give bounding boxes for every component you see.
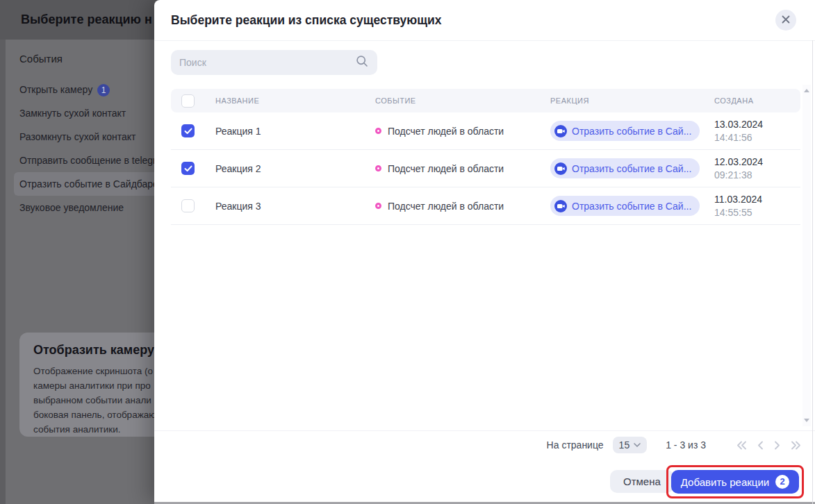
column-header-name: НАЗВАНИЕ — [215, 96, 375, 105]
header-divider — [154, 40, 815, 41]
row-checkbox[interactable] — [181, 124, 195, 137]
event-item-sound: Звуковое уведомление — [19, 196, 158, 219]
event-item-telegram: Отправить сообщение в telegra — [19, 149, 158, 172]
reaction-badge: Отразить событие в Сай... — [550, 158, 700, 178]
event-item-close-contact: Замкнуть сухой контакт — [19, 101, 158, 125]
pagination-bar: На странице 15 1 - 3 из 3 — [547, 436, 801, 454]
next-page-button[interactable] — [774, 441, 780, 450]
pagination-controls — [736, 441, 801, 450]
created-time: 14:55:55 — [714, 206, 800, 219]
background-dialog-title: Выберите реакцию н — [21, 0, 152, 40]
column-header-reaction: РЕАКЦИЯ — [550, 96, 714, 105]
created-date: 13.03.2024 — [714, 118, 800, 131]
column-header-created: СОЗДАНА — [714, 96, 800, 105]
reaction-badge: Отразить событие в Сай... — [550, 121, 700, 141]
event-type-icon — [375, 203, 381, 209]
select-all-checkbox[interactable] — [181, 94, 195, 108]
search-input[interactable] — [179, 57, 355, 68]
modal-title: Выберите реакции из списка существующих — [171, 0, 442, 40]
events-section-label: События — [19, 53, 63, 65]
last-page-button[interactable] — [791, 441, 801, 450]
scroll-up-icon — [804, 89, 809, 92]
event-name: Подсчет людей в области — [388, 163, 504, 174]
created-date: 12.03.2024 — [714, 156, 800, 169]
close-icon — [782, 14, 790, 26]
created-date: 11.03.2024 — [714, 193, 800, 206]
reaction-badge: Отразить событие в Сай... — [550, 196, 700, 216]
search-icon — [355, 54, 369, 71]
scroll-down-icon — [804, 419, 809, 422]
reaction-name: Реакция 1 — [215, 126, 375, 137]
sidebar-reaction-icon — [554, 125, 567, 137]
created-time: 14:41:56 — [714, 131, 800, 144]
event-type-icon — [375, 128, 381, 134]
event-name: Подсчет людей в области — [388, 126, 504, 137]
event-item-label: Отправить сообщение в telegra — [19, 155, 162, 166]
first-page-button[interactable] — [736, 441, 747, 450]
event-item-open-contact: Разомкнуть сухой контакт — [19, 125, 158, 149]
reactions-table: Реакция 1 Подсчет людей в области Отрази… — [171, 112, 800, 225]
reaction-badge-label: Отразить событие в Сай... — [572, 201, 691, 212]
per-page-value: 15 — [619, 439, 630, 451]
background-page-edge — [0, 40, 6, 504]
select-reactions-modal: Выберите реакции из списка существующих … — [154, 0, 815, 504]
event-name: Подсчет людей в области — [388, 201, 504, 212]
footer-divider — [154, 430, 815, 431]
chevron-left-icon — [757, 441, 764, 450]
chevron-down-icon — [634, 443, 641, 447]
add-reactions-button[interactable]: Добавить реакции 2 — [671, 470, 799, 494]
event-item-open-camera: Открыть камеру1 — [19, 78, 158, 101]
per-page-select[interactable]: 15 — [613, 437, 648, 453]
reaction-name: Реакция 3 — [215, 201, 375, 212]
event-type-icon — [375, 165, 381, 171]
pagination-range: 1 - 3 из 3 — [666, 439, 706, 451]
event-item-sidebar-selected: Отразить событие в Сайдбаре — [14, 172, 163, 196]
table-row[interactable]: Реакция 3 Подсчет людей в области Отрази… — [171, 187, 800, 225]
table-row[interactable]: Реакция 1 Подсчет людей в области Отрази… — [171, 112, 800, 150]
event-item-label: Открыть камеру — [19, 84, 92, 95]
row-checkbox[interactable] — [181, 199, 195, 212]
cancel-button[interactable]: Отмена — [610, 470, 674, 493]
created-time: 09:21:38 — [714, 169, 800, 182]
row-checkbox[interactable] — [181, 162, 195, 175]
column-header-event: СОБЫТИЕ — [375, 96, 550, 105]
sidebar-reaction-icon — [554, 162, 567, 175]
close-button[interactable] — [775, 10, 796, 31]
table-header-row: НАЗВАНИЕ СОБЫТИЕ РЕАКЦИЯ СОЗДАНА — [171, 89, 800, 112]
window-edge-line — [812, 40, 813, 504]
sidebar-reaction-icon — [554, 200, 567, 212]
background-events-list: Открыть камеру1 Замкнуть сухой контакт Р… — [19, 78, 158, 219]
table-row[interactable]: Реакция 2 Подсчет людей в области Отрази… — [171, 150, 800, 187]
count-badge: 1 — [97, 84, 110, 96]
reaction-name: Реакция 2 — [215, 163, 375, 174]
reaction-badge-label: Отразить событие в Сай... — [572, 163, 691, 174]
per-page-label: На странице — [547, 439, 604, 451]
event-item-label: Звуковое уведомление — [19, 202, 124, 213]
event-item-label: Замкнуть сухой контакт — [19, 108, 126, 119]
double-chevron-left-icon — [736, 441, 747, 450]
screen: Выберите реакцию н События Открыть камер… — [0, 0, 815, 504]
add-reactions-label: Добавить реакции — [681, 476, 769, 488]
event-item-label: Разомкнуть сухой контакт — [19, 131, 136, 142]
selected-count-badge: 2 — [775, 475, 789, 489]
chevron-right-icon — [774, 441, 780, 450]
search-field — [171, 50, 377, 75]
double-chevron-right-icon — [791, 441, 801, 450]
prev-page-button[interactable] — [757, 441, 764, 450]
scrollbar[interactable] — [802, 85, 811, 426]
event-item-label: Отразить событие в Сайдбаре — [19, 178, 158, 190]
reaction-badge-label: Отразить событие в Сай... — [572, 126, 691, 137]
